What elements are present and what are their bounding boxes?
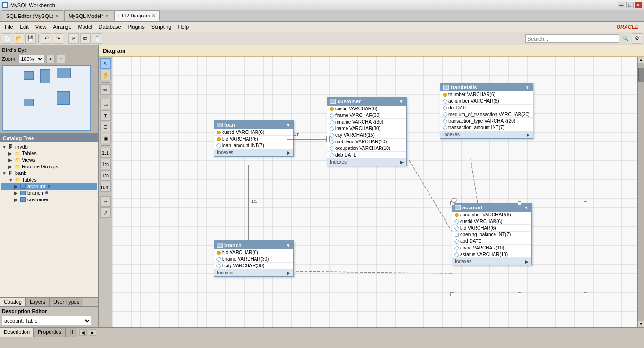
scroll-thumb[interactable] [638, 68, 644, 82]
left-tab-catalog[interactable]: Catalog [0, 298, 26, 306]
minimap[interactable] [2, 65, 91, 131]
trandetails-chevron[interactable]: ▼ [525, 85, 530, 90]
resize-handle-tr[interactable] [584, 201, 587, 205]
toolbar-copy[interactable]: ⧉ [80, 33, 91, 44]
nav-arrow-left[interactable]: ◀ [79, 329, 87, 336]
tab-close-sql-editor[interactable]: ✕ [55, 14, 59, 18]
table-trandetails[interactable]: trandetails ▼ tnumber VARCHAR(6) acnumbe… [440, 83, 533, 139]
tree-item-mydb[interactable]: ▼ mydb [1, 143, 97, 150]
desc-editor-select[interactable]: account: Table branch: Table customer: T… [2, 316, 91, 325]
tool-table[interactable]: ▭ [100, 99, 111, 109]
field-name-tnumber: tnumber VARCHAR(6) [448, 92, 495, 97]
tool-rel1n2[interactable]: 1:n [100, 170, 111, 181]
toolbar-redo[interactable]: ↷ [53, 33, 63, 44]
nav-arrow-right[interactable]: ▶ [89, 329, 96, 336]
zoom-in-button[interactable]: + [46, 55, 55, 63]
left-tab-layers[interactable]: Layers [26, 298, 50, 306]
table-customer[interactable]: customer ▼ custid VARCHAR(6) fname VARCH… [327, 97, 407, 166]
bottom-tab-h[interactable]: H [66, 328, 77, 337]
minimize-button[interactable]: — [618, 2, 625, 8]
tool-hand[interactable]: ✋ [100, 70, 111, 80]
tool-select[interactable]: ↖ [100, 58, 111, 69]
tool-rel1n[interactable]: 1:n [100, 159, 111, 169]
tab-close-eer-diagram[interactable]: ✕ [152, 13, 156, 18]
tree-item-mydb-tables[interactable]: ▶ Tables [1, 150, 97, 157]
maximize-button[interactable]: □ [626, 2, 634, 8]
branch-indexes[interactable]: Indexes ▶ [214, 269, 293, 276]
tab-eer-diagram[interactable]: EER Diagram ✕ [114, 10, 160, 21]
tool-relnm[interactable]: n:m [100, 182, 111, 192]
loan-chevron[interactable]: ▼ [286, 123, 290, 128]
close-button[interactable]: ✕ [635, 2, 642, 8]
menu-model[interactable]: Model [75, 23, 95, 31]
zoom-out-button[interactable]: − [57, 55, 65, 63]
tran-indexes[interactable]: Indexes ▶ [440, 131, 533, 138]
table-branch[interactable]: branch ▼ bid VARCHAR(6) bname VARCHAR(30… [214, 240, 294, 277]
menu-database[interactable]: Database [96, 23, 124, 31]
left-tab-user-types[interactable]: User Types [50, 298, 83, 306]
tree-item-account[interactable]: ▶ account [1, 183, 97, 190]
tool-eraser[interactable]: ✏ [100, 84, 111, 95]
toolbar-search-button[interactable]: 🔍 [621, 34, 630, 43]
customer-field-dob: dob DATE [327, 152, 406, 158]
toolbar-save[interactable]: 💾 [25, 33, 36, 44]
bottom-tabs-row: Description Properties H ◀ ▶ [0, 328, 644, 337]
tree-item-mydb-views[interactable]: ▶ Views [1, 157, 97, 163]
bottom-tab-properties[interactable]: Properties [34, 328, 66, 337]
tree-item-mydb-routines[interactable]: ▶ Routine Groups [1, 163, 97, 170]
account-chevron[interactable]: ▼ [524, 205, 528, 210]
customer-chevron[interactable]: ▼ [399, 99, 404, 104]
menu-arrange[interactable]: Arrange [50, 23, 74, 31]
tool-routine[interactable]: ⊟ [100, 122, 111, 132]
resize-handle-tm[interactable] [518, 201, 521, 205]
resize-handle-tl[interactable] [450, 201, 454, 205]
menu-help[interactable]: Help [175, 23, 191, 31]
resize-handle-br[interactable] [584, 292, 587, 296]
tool-rel-arrow[interactable]: → [100, 196, 111, 207]
tool-rel1[interactable]: 1:1 [100, 148, 111, 158]
tab-close-mysql-model[interactable]: ✕ [105, 14, 109, 18]
tool-rel-arrow2[interactable]: ↗ [100, 207, 111, 218]
toolbar-extra[interactable]: ⚙ [632, 33, 642, 44]
toolbar-undo[interactable]: ↶ [41, 33, 51, 44]
table-account[interactable]: account ▼ acnumber VARCHAR(6) custid VAR… [452, 203, 532, 265]
toolbar-open[interactable]: 📂 [14, 33, 24, 44]
customer-indexes[interactable]: Indexes ▶ [327, 158, 406, 166]
scroll-up-arrow[interactable]: ▲ [638, 57, 644, 63]
account-indexes[interactable]: Indexes ▶ [452, 258, 531, 265]
tab-mysql-model[interactable]: MySQL Model* ✕ [64, 10, 113, 21]
scroll-track[interactable] [638, 63, 644, 321]
menu-file[interactable]: File [2, 23, 16, 31]
table-loan[interactable]: loan ▼ custid VARCHAR(6) bid VARCHAR(6) [214, 120, 294, 157]
toolbar-new[interactable]: 📄 [2, 33, 12, 44]
loan-indexes[interactable]: Indexes ▶ [214, 149, 293, 156]
resize-handle-bm[interactable] [518, 292, 521, 296]
menu-view[interactable]: View [33, 23, 50, 31]
bottom-tab-description[interactable]: Description [0, 328, 34, 337]
resize-handle-bl[interactable] [450, 292, 454, 296]
diamond-icon-medium [442, 112, 447, 117]
tree-label-mydb-tables: Tables [22, 150, 37, 156]
tree-item-bank[interactable]: ▼ bank [1, 170, 97, 176]
customer-field-city: city VARCHAR(15) [327, 132, 406, 139]
toolbar-cut[interactable]: ✂ [68, 33, 79, 44]
folder-icon-routines [14, 164, 21, 169]
branch-chevron[interactable]: ▼ [286, 243, 290, 248]
toolbar-paste[interactable]: 📋 [92, 33, 102, 44]
account-table-icon [455, 205, 461, 210]
menu-edit[interactable]: Edit [17, 23, 32, 31]
tree-item-bank-tables[interactable]: ▼ Tables [1, 176, 97, 183]
tab-sql-editor[interactable]: SQL Editor (MySQL) ✕ [2, 10, 63, 21]
menu-scripting[interactable]: Scripting [149, 23, 174, 31]
tree-item-customer[interactable]: ▶ customer [1, 196, 97, 203]
zoom-select[interactable]: 100% 75% 150% [18, 55, 44, 63]
tool-view2[interactable]: ⊞ [100, 110, 111, 121]
menu-plugins[interactable]: Plugins [125, 23, 148, 31]
diagram-canvas[interactable]: 1:n 1:1 [112, 57, 637, 327]
field-name-dob: dob DATE [335, 152, 356, 157]
toolbar-search-input[interactable] [525, 34, 619, 43]
scroll-down-arrow[interactable]: ▼ [638, 321, 644, 327]
tree-item-branch[interactable]: ▶ branch [1, 190, 97, 196]
indexes-arrow-customer: ▶ [400, 160, 404, 165]
tool-layer[interactable]: ▣ [100, 133, 111, 143]
